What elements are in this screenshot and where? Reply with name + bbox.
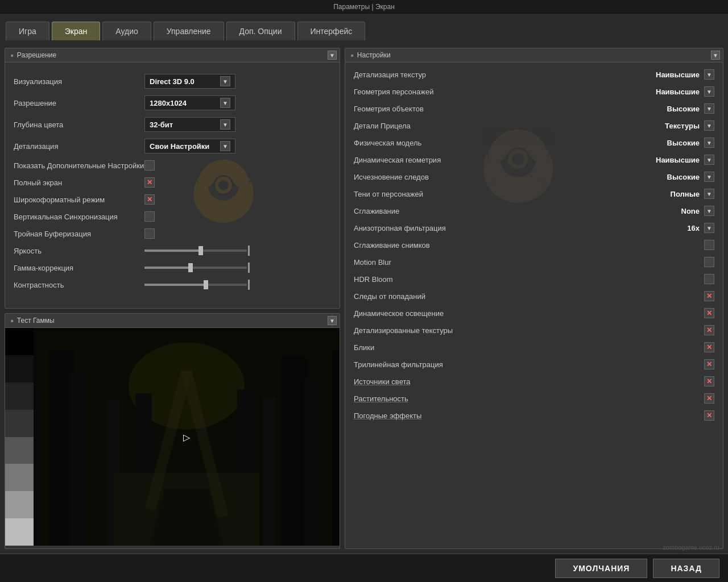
dyn-geo-value: Наивысшие ▼ [648,155,714,165]
detail-label: Детализация [14,142,144,151]
tab-game[interactable]: Игра [6,22,49,40]
contrast-row: Контрастность [14,280,331,290]
hit-marks-row: Следы от попаданий [348,290,720,302]
obj-geo-dropdown[interactable]: ▼ [704,103,714,114]
light-sources-value [704,376,714,386]
visualization-dropdown[interactable]: Direct 3D 9.0 ▼ [144,74,235,89]
color-depth-dropdown-arrow[interactable]: ▼ [220,119,230,130]
tab-options[interactable]: Доп. Опции [226,22,295,40]
trilinear-checkbox[interactable] [704,359,714,369]
brightness-slider-track[interactable] [144,250,247,252]
traces-dropdown[interactable]: ▼ [704,172,714,182]
traces-label: Исчезновение следов [354,173,648,181]
light-sources-label: Источники света [354,377,704,386]
glare-checkbox[interactable] [704,342,714,352]
color-depth-row: Глубина цвета 32-бит ▼ [14,117,331,132]
tab-controls[interactable]: Управление [154,22,224,40]
triple-buffer-label: Тройная Буферизация [14,230,144,238]
dyn-light-row: Динамическое освещение [348,307,720,319]
gamma-collapse-btn[interactable]: ▼ [328,316,337,325]
svg-rect-8 [71,372,85,546]
hdr-bloom-value [704,274,714,284]
obj-geo-label: Геометрия объектов [354,105,648,113]
texture-detail-row: Детализация текстур Наивысшие ▼ [348,68,720,81]
back-button[interactable]: НАЗАД [653,559,719,578]
contrast-slider-container[interactable] [144,280,331,290]
resolution-row: Разрешение 728x582 ▼ [14,95,331,110]
contrast-slider-track[interactable] [144,284,247,286]
glare-value [704,342,714,352]
screenshot-aa-checkbox[interactable] [704,240,714,250]
aa-dropdown[interactable]: ▼ [704,206,714,216]
hit-marks-label: Следы от попаданий [354,292,704,301]
hdr-bloom-checkbox[interactable] [704,274,714,284]
fullscreen-checkbox[interactable] [144,177,155,188]
aniso-value: 16x ▼ [648,223,714,233]
gamma-slider-thumb[interactable] [188,263,193,272]
gamma-test-panel: Тест Гаммы ▼ [5,313,340,549]
aim-detail-dropdown[interactable]: ▼ [704,120,714,131]
gamma-panel-title: Тест Гаммы ▼ [5,314,340,328]
defaults-button[interactable]: УМОЛЧАНИЯ [555,559,647,578]
settings-collapse-btn[interactable]: ▼ [711,51,720,60]
settings-content: Детализация текстур Наивысшие ▼ Геометри… [345,63,723,546]
resolution-panel-title: Разрешение ▼ [5,48,340,63]
resolution-dropdown[interactable]: 728x582 ▼ [144,95,235,110]
detail-dropdown-arrow[interactable]: ▼ [220,141,230,151]
char-geo-dropdown[interactable]: ▼ [704,86,714,97]
glare-label: Блики [354,343,704,352]
light-sources-checkbox[interactable] [704,376,714,386]
gamma-row: Гамма-коррекция [14,263,331,273]
traces-value: Высокие ▼ [648,172,714,182]
aniso-dropdown[interactable]: ▼ [704,223,714,233]
physics-label: Физическая модель [354,139,648,147]
aa-row: Сглаживание None ▼ [348,205,720,217]
dyn-geo-dropdown[interactable]: ▼ [704,155,714,165]
fullscreen-label: Полный экран [14,178,144,187]
texture-detail-dropdown[interactable]: ▼ [704,69,714,80]
left-column: Разрешение ▼ [5,48,340,549]
motion-blur-checkbox[interactable] [704,257,714,267]
triple-buffer-checkbox[interactable] [144,228,155,239]
brightness-row: Яркость [14,246,331,256]
motion-blur-label: Motion Blur [354,258,704,267]
tab-screen[interactable]: Экран [52,22,101,40]
color-depth-dropdown[interactable]: 32-бит ▼ [144,117,235,132]
char-shadows-row: Тени от персонажей Полные ▼ [348,188,720,200]
weather-row: Погодные эффекты [348,409,720,422]
widescreen-label: Широкоформатный режим [14,196,144,204]
detail-tex-checkbox[interactable] [704,325,714,335]
weather-value [704,410,714,421]
svg-rect-7 [48,350,74,546]
gamma-slider-container[interactable] [144,263,331,273]
physics-dropdown[interactable]: ▼ [704,138,714,148]
show-advanced-checkbox[interactable] [144,160,155,171]
visualization-label: Визуализация [14,77,144,86]
gamma-slider-track[interactable] [144,267,247,269]
aim-detail-row: Детали Прицела Текстуры ▼ [348,119,720,132]
trilinear-row: Трилинейная фильтрация [348,358,720,371]
resolution-collapse-btn[interactable]: ▼ [328,51,337,60]
settings-panel: Настройки ▼ Детализация текстур [345,48,723,549]
resolution-dropdown-arrow[interactable]: ▼ [220,98,230,108]
gamma-strip-3 [5,383,34,410]
vegetation-checkbox[interactable] [704,393,714,404]
physics-row: Физическая модель Высокие ▼ [348,136,720,149]
hit-marks-checkbox[interactable] [704,291,714,301]
brightness-slider-container[interactable] [144,246,331,256]
forest-scene: ▷ [34,328,340,546]
detail-dropdown[interactable]: Свои Настройки ▼ [144,139,235,153]
visualization-dropdown-arrow[interactable]: ▼ [220,76,230,86]
widescreen-checkbox[interactable] [144,194,155,205]
motion-blur-row: Motion Blur [348,256,720,268]
tab-interface[interactable]: Интерфейс [297,22,366,40]
weather-checkbox[interactable] [704,410,714,421]
traces-row: Исчезновение следов Высокие ▼ [348,171,720,183]
char-shadows-dropdown[interactable]: ▼ [704,189,714,199]
aniso-label: Анизотропная фильтрация [354,224,648,232]
tab-audio[interactable]: Аудио [102,22,151,40]
contrast-slider-thumb[interactable] [204,280,208,289]
vsync-checkbox[interactable] [144,211,155,222]
brightness-slider-thumb[interactable] [198,246,203,255]
dyn-light-checkbox[interactable] [704,308,714,318]
